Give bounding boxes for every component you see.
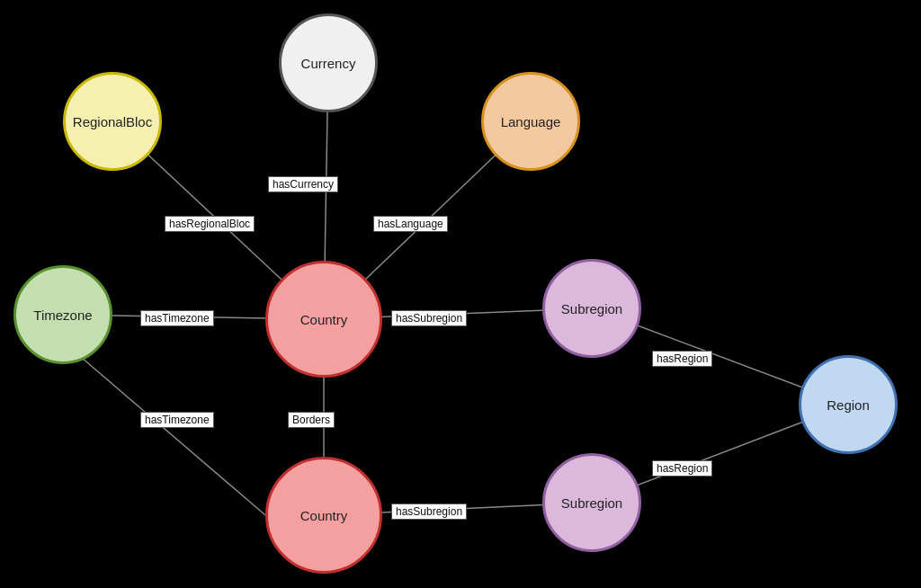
graph-container: Currency Language RegionalBloc Country C… xyxy=(0,0,921,588)
label-hasRegionalBloc: hasRegionalBloc xyxy=(165,216,255,232)
node-country-bottom[interactable]: Country xyxy=(265,457,382,574)
label-hasTimezone1: hasTimezone xyxy=(140,310,214,326)
node-regional[interactable]: RegionalBloc xyxy=(63,72,162,171)
svg-line-6 xyxy=(63,342,265,515)
label-hasRegion2: hasRegion xyxy=(652,460,712,477)
node-subregion-top[interactable]: Subregion xyxy=(542,259,641,358)
label-hasRegion1: hasRegion xyxy=(652,351,712,367)
node-region[interactable]: Region xyxy=(799,355,898,454)
label-hasSubregion1: hasSubregion xyxy=(391,310,467,326)
label-hasTimezone2: hasTimezone xyxy=(140,412,214,428)
node-country-center[interactable]: Country xyxy=(265,261,382,378)
label-hasSubregion2: hasSubregion xyxy=(391,503,467,520)
label-hasCurrency: hasCurrency xyxy=(268,176,338,192)
node-currency[interactable]: Currency xyxy=(279,13,378,112)
node-timezone[interactable]: Timezone xyxy=(13,265,112,364)
node-subregion-bottom[interactable]: Subregion xyxy=(542,453,641,552)
node-language[interactable]: Language xyxy=(481,72,580,171)
label-hasLanguage: hasLanguage xyxy=(373,216,448,232)
label-borders: Borders xyxy=(288,412,335,428)
